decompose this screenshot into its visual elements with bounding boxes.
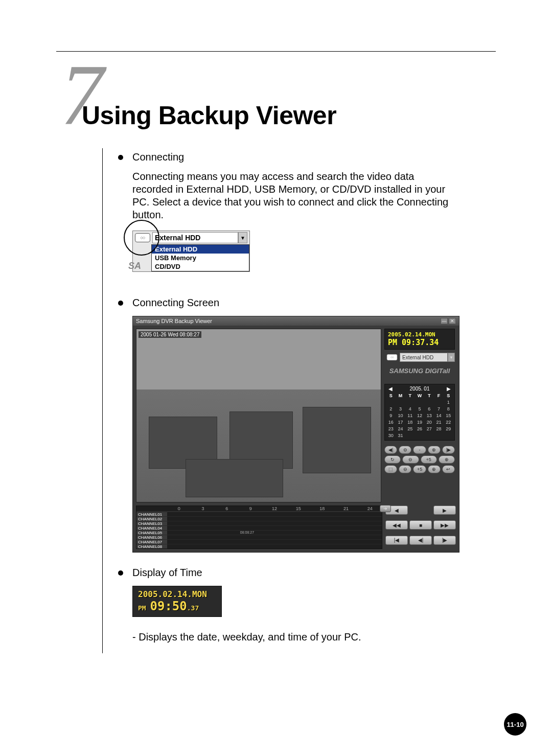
cal-cell[interactable] [415,399,424,405]
time-sec: .37 [187,604,199,612]
step-fwd-button[interactable]: |▶ [433,536,456,545]
cal-prev-icon[interactable]: ◀ [386,386,395,392]
channel-bar[interactable] [167,521,382,525]
cal-cell[interactable]: 1 [444,399,453,405]
channel-label: CHANNEL05 [136,531,167,535]
minimize-icon[interactable]: — [441,318,448,324]
cal-cell[interactable]: 12 [415,413,424,419]
cal-cell[interactable]: 13 [425,413,434,419]
channel-bar[interactable] [167,544,382,548]
time-display-box: 2005.02.14.MON PM 09:50.37 [132,586,222,617]
cal-day-header: T [405,393,415,399]
time-main: 09:37 [402,338,425,347]
cal-cell[interactable]: 28 [434,426,444,432]
cal-cell[interactable] [396,399,405,405]
speed-pill[interactable]: |▶ [442,446,455,454]
cal-cell[interactable]: 29 [444,426,453,432]
skip-start-button[interactable]: |◀ [385,536,408,545]
speed-pill[interactable]: ◀| [384,446,397,454]
tl-hour: 12 [263,506,287,511]
cal-cell[interactable]: 16 [386,419,396,425]
cal-next-icon[interactable]: ▶ [445,386,453,392]
speed-pill[interactable]: ⊖ [399,446,411,454]
cal-cell[interactable]: 3 [396,406,405,412]
cal-cell[interactable] [425,399,434,405]
cal-cell[interactable]: 2 [386,406,396,412]
channel-bar[interactable] [167,540,382,544]
cal-cell[interactable]: 4 [405,406,415,412]
fast-fwd-button[interactable]: ▶▶ [433,520,456,530]
cal-cell[interactable] [405,399,415,405]
speed-pill[interactable]: ⊖ [402,455,419,464]
time-display-figure: 2005.02.14.MON PM 09:50.37 [132,586,450,617]
channel-bar[interactable] [167,517,382,521]
cal-cell[interactable] [434,399,444,405]
speed-pill[interactable]: +5 [413,465,426,473]
chevron-down-icon[interactable]: ▼ [238,232,247,243]
cal-cell[interactable]: 18 [405,419,415,425]
cal-cell[interactable]: 31 [396,432,405,439]
cal-cell[interactable]: 27 [425,426,434,432]
step-back-button[interactable]: ◀| [409,536,432,545]
cal-cell[interactable] [415,432,424,439]
speed-pill[interactable]: ⬚ [384,465,397,473]
speed-pill[interactable]: ⊕ [428,446,441,454]
tl-hour: 3 [191,506,215,511]
speed-pill[interactable]: ⊕ [439,455,455,464]
speed-pill[interactable]: ↩ [442,465,455,473]
speed-pill[interactable]: ⊖ [399,465,411,473]
cal-cell[interactable] [405,432,415,439]
cal-cell[interactable]: 21 [434,419,444,425]
cal-cell[interactable]: 9 [386,413,396,419]
device-option[interactable]: CD/DVD [152,262,249,271]
viewer-device-combo[interactable]: External HDD ▼ [384,353,455,362]
cal-cell[interactable] [386,399,396,405]
speed-pill[interactable]: ⊕ [428,465,441,473]
cal-cell[interactable] [444,432,453,439]
cal-cell[interactable]: 6 [425,406,434,412]
channel-bar[interactable] [167,535,382,539]
cal-cell[interactable]: 8 [444,406,453,412]
cal-cell[interactable]: 5 [415,406,424,412]
tl-hour: 0 [167,506,191,511]
cal-cell[interactable]: 19 [415,419,424,425]
cal-cell[interactable]: 24 [396,426,405,432]
cal-cell[interactable]: 23 [386,426,396,432]
close-icon[interactable]: ✕ [449,318,456,324]
cal-cell[interactable]: 11 [405,413,415,419]
cal-cell[interactable]: 22 [444,419,453,425]
channel-bar[interactable] [167,526,382,530]
viewer-device-label: External HDD [400,353,448,362]
device-combo[interactable]: External HDD [152,232,238,243]
stop-button[interactable]: ■ [409,520,432,530]
heading-text: Connecting Screen [132,297,219,309]
cal-cell[interactable]: 17 [396,419,405,425]
cal-cell[interactable]: 25 [405,426,415,432]
speed-pill[interactable]: - [413,446,426,454]
chevron-down-icon[interactable]: ▼ [448,353,455,362]
cal-day-header: S [386,393,396,399]
cal-cell[interactable]: 15 [444,413,453,419]
speed-pill[interactable]: ↻ [384,455,401,464]
device-option[interactable]: External HDD [152,245,249,254]
cal-cell[interactable]: 7 [434,406,444,412]
play-fwd-button[interactable]: ▶ [433,506,456,515]
cal-cell[interactable]: 14 [434,413,444,419]
brand-fragment: SA [128,261,141,271]
cal-cell[interactable] [425,432,434,439]
marker-label: 08:08:27 [240,531,254,534]
speed-pill[interactable]: +5 [421,455,437,464]
cal-cell[interactable]: 20 [425,419,434,425]
cal-cell[interactable]: 26 [415,426,424,432]
cal-cell[interactable]: 10 [396,413,405,419]
timeline-go-icon[interactable]: ➔ [380,505,391,512]
cal-cell[interactable] [434,432,444,439]
rewind-button[interactable]: ◀◀ [385,520,408,530]
channel-bar[interactable] [167,512,382,516]
cal-cell[interactable]: 30 [386,432,396,439]
display-time-note: - Displays the date, weekday, and time o… [132,631,450,643]
device-option[interactable]: USB Memory [152,254,249,262]
section-heading-connecting: Connecting [118,151,450,163]
channel-bar[interactable]: 08:08:27 [167,531,382,535]
disk-icon[interactable] [135,233,150,242]
